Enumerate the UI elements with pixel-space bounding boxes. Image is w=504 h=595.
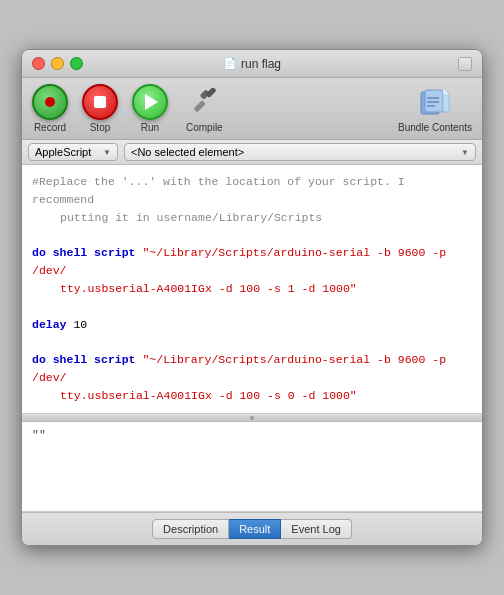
resize-button[interactable] [458, 57, 472, 71]
resize-handle[interactable] [22, 414, 482, 422]
element-selector-arrow: ▼ [461, 148, 469, 157]
document-icon: 📄 [223, 57, 237, 70]
record-button[interactable]: Record [32, 84, 68, 133]
tab-description[interactable]: Description [152, 519, 229, 539]
code-editor[interactable]: #Replace the '...' with the location of … [22, 165, 482, 414]
stop-square [94, 96, 106, 108]
record-icon [32, 84, 68, 120]
code-comment-line1b: putting it in username/Library/Scripts [32, 209, 472, 227]
close-button[interactable] [32, 57, 45, 70]
resize-dot [250, 416, 254, 420]
bundle-icon [417, 84, 453, 120]
code-blank3 [32, 334, 472, 352]
toolbar: Record Stop Run Compile [22, 78, 482, 140]
selector-bar: AppleScript ▼ <No selected element> ▼ [22, 140, 482, 165]
bundle-label: Bundle Contents [398, 122, 472, 133]
code-do-shell1: do shell script "~/Library/Scripts/ardui… [32, 244, 472, 280]
stop-label: Stop [90, 122, 111, 133]
stop-button[interactable]: Stop [82, 84, 118, 133]
applescript-editor-window: 📄 run flag Record Stop Run [21, 49, 483, 546]
record-label: Record [34, 122, 66, 133]
play-triangle [145, 94, 158, 110]
titlebar: 📄 run flag [22, 50, 482, 78]
output-area[interactable]: "" [22, 422, 482, 512]
code-delay-line: delay 10 [32, 316, 472, 334]
hammer-svg [190, 88, 218, 116]
svg-rect-4 [425, 90, 443, 112]
compile-button[interactable]: Compile [186, 84, 223, 133]
minimize-button[interactable] [51, 57, 64, 70]
bundle-contents-button[interactable]: Bundle Contents [398, 84, 472, 133]
code-delay-val: 10 [67, 318, 88, 331]
hammer-icon [186, 84, 222, 120]
language-selector-arrow: ▼ [103, 148, 111, 157]
language-selector-value: AppleScript [35, 146, 91, 158]
window-title: 📄 run flag [223, 57, 281, 71]
code-kw-delay: delay [32, 318, 67, 331]
run-label: Run [141, 122, 159, 133]
svg-rect-0 [194, 100, 206, 112]
bundle-svg [417, 84, 453, 120]
compile-label: Compile [186, 122, 223, 133]
code-str2b: tty.usbserial-A4001IGx -d 100 -s 0 -d 10… [32, 387, 472, 405]
maximize-button[interactable] [70, 57, 83, 70]
tab-event-log[interactable]: Event Log [281, 519, 352, 539]
element-selector-value: <No selected element> [131, 146, 244, 158]
stop-icon [82, 84, 118, 120]
language-selector[interactable]: AppleScript ▼ [28, 143, 118, 161]
code-kw-do2: do shell script [32, 353, 136, 366]
code-blank2 [32, 298, 472, 316]
record-dot [45, 97, 55, 107]
window-controls [32, 57, 83, 70]
code-str1b: tty.usbserial-A4001IGx -d 100 -s 1 -d 10… [32, 280, 472, 298]
tab-result[interactable]: Result [229, 519, 281, 539]
output-value: "" [32, 428, 46, 441]
code-do-shell2: do shell script "~/Library/Scripts/ardui… [32, 351, 472, 387]
code-blank1 [32, 227, 472, 245]
element-selector[interactable]: <No selected element> ▼ [124, 143, 476, 161]
code-comment-line1: #Replace the '...' with the location of … [32, 173, 472, 209]
run-button[interactable]: Run [132, 84, 168, 133]
code-kw-do1: do shell script [32, 246, 136, 259]
run-icon [132, 84, 168, 120]
bottom-tabs: Description Result Event Log [22, 512, 482, 545]
